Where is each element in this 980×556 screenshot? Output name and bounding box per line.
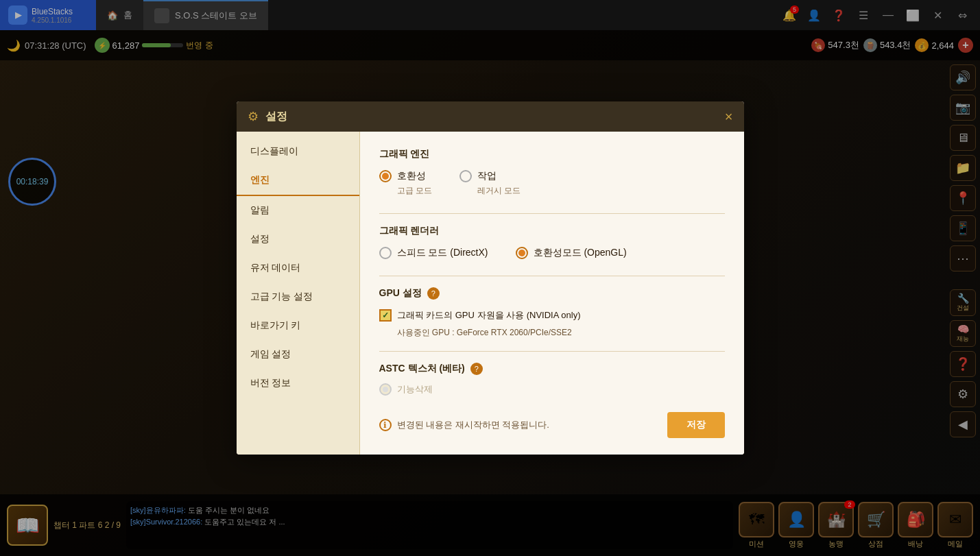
gpu-title: GPU 설정 bbox=[379, 287, 422, 300]
nav-advanced[interactable]: 고급 기능 설정 bbox=[237, 282, 359, 311]
astc-help-icon[interactable]: ? bbox=[470, 363, 483, 375]
radio-compatibility-option: 호환성 고급 모드 bbox=[379, 170, 432, 197]
astc-title: ASTC 텍스처 (베타) bbox=[379, 363, 465, 375]
radio-work[interactable] bbox=[459, 170, 472, 182]
dialog-title: 설정 bbox=[265, 110, 287, 124]
gpu-section-header: GPU 설정 ? bbox=[379, 287, 725, 300]
save-button[interactable]: 저장 bbox=[667, 412, 725, 438]
radio-work-label: 작업 bbox=[477, 170, 497, 182]
nav-display[interactable]: 디스플레이 bbox=[237, 137, 359, 166]
nav-shortcuts[interactable]: 바로가기 키 bbox=[237, 311, 359, 340]
astc-radio-disabled bbox=[379, 383, 392, 396]
radio-compatibility-row: 호환성 bbox=[379, 170, 432, 182]
radio-work-sub: 레거시 모드 bbox=[477, 185, 521, 197]
radio-speed-row: 스피드 모드 (DirectX) bbox=[379, 247, 488, 259]
divider-1 bbox=[379, 213, 725, 214]
dialog-titlebar: ⚙ 설정 × bbox=[237, 101, 744, 132]
notice-info-icon: ℹ bbox=[379, 419, 392, 431]
settings-dialog: ⚙ 설정 × 디스플레이 엔진 알림 설정 유저 데이터 고급 기능 설정 바로… bbox=[237, 101, 744, 455]
nav-game[interactable]: 게임 설정 bbox=[237, 340, 359, 369]
gpu-checkbox[interactable]: ✓ bbox=[379, 309, 392, 322]
check-mark-icon: ✓ bbox=[382, 311, 389, 320]
astc-disabled-label: 기능삭제 bbox=[397, 383, 433, 396]
radio-speed[interactable] bbox=[379, 247, 392, 259]
gpu-checkbox-row: ✓ 그래픽 카드의 GPU 자원을 사용 (NVIDIA only) bbox=[379, 309, 725, 322]
astc-header: ASTC 텍스처 (베타) ? bbox=[379, 363, 725, 375]
divider-3 bbox=[379, 351, 725, 352]
graphics-engine-group: 호환성 고급 모드 작업 레거시 모드 bbox=[379, 170, 725, 197]
bottom-notice: ℹ 변경된 내용은 재시작하면 적용됩니다. 저장 bbox=[379, 412, 725, 438]
graphics-renderer-group: 스피드 모드 (DirectX) 호환성모드 (OpenGL) bbox=[379, 247, 725, 259]
dialog-body: 디스플레이 엔진 알림 설정 유저 데이터 고급 기능 설정 바로가기 키 게임… bbox=[237, 132, 744, 455]
radio-compatibility-label: 호환성 bbox=[397, 170, 426, 182]
notice-text: 변경된 내용은 재시작하면 적용됩니다. bbox=[397, 419, 549, 431]
settings-nav: 디스플레이 엔진 알림 설정 유저 데이터 고급 기능 설정 바로가기 키 게임… bbox=[237, 132, 360, 455]
radio-compat-label: 호환성모드 (OpenGL) bbox=[534, 247, 627, 259]
radio-compat-row: 호환성모드 (OpenGL) bbox=[516, 247, 627, 259]
nav-settings[interactable]: 설정 bbox=[237, 225, 359, 254]
settings-icon: ⚙ bbox=[248, 109, 259, 124]
dialog-close-button[interactable]: × bbox=[725, 110, 733, 123]
gpu-help-icon[interactable]: ? bbox=[427, 287, 440, 300]
radio-speed-label: 스피드 모드 (DirectX) bbox=[397, 247, 488, 259]
divider-2 bbox=[379, 276, 725, 276]
graphics-renderer-title: 그래픽 렌더러 bbox=[379, 225, 725, 237]
nav-alerts[interactable]: 알림 bbox=[237, 196, 359, 225]
engine-content: 그래픽 엔진 호환성 고급 모드 작업 레거시 bbox=[360, 132, 744, 455]
radio-compatibility-sub: 고급 모드 bbox=[397, 185, 432, 197]
nav-version[interactable]: 버전 정보 bbox=[237, 369, 359, 398]
radio-work-option: 작업 레거시 모드 bbox=[459, 170, 521, 197]
gpu-checkbox-label: 그래픽 카드의 GPU 자원을 사용 (NVIDIA only) bbox=[397, 309, 581, 322]
astc-disabled-option: 기능삭제 bbox=[379, 383, 725, 396]
radio-work-row: 작업 bbox=[459, 170, 521, 182]
radio-compatibility[interactable] bbox=[379, 170, 392, 182]
dialog-overlay: ⚙ 설정 × 디스플레이 엔진 알림 설정 유저 데이터 고급 기능 설정 바로… bbox=[0, 0, 980, 556]
graphics-engine-title: 그래픽 엔진 bbox=[379, 148, 725, 160]
radio-compat[interactable] bbox=[516, 247, 528, 259]
gpu-info: 사용중인 GPU : GeForce RTX 2060/PCIe/SSE2 bbox=[397, 327, 725, 339]
nav-userdata[interactable]: 유저 데이터 bbox=[237, 254, 359, 282]
nav-engine[interactable]: 엔진 bbox=[237, 166, 359, 196]
radio-speed-option: 스피드 모드 (DirectX) bbox=[379, 247, 488, 259]
radio-compat-option: 호환성모드 (OpenGL) bbox=[516, 247, 627, 259]
